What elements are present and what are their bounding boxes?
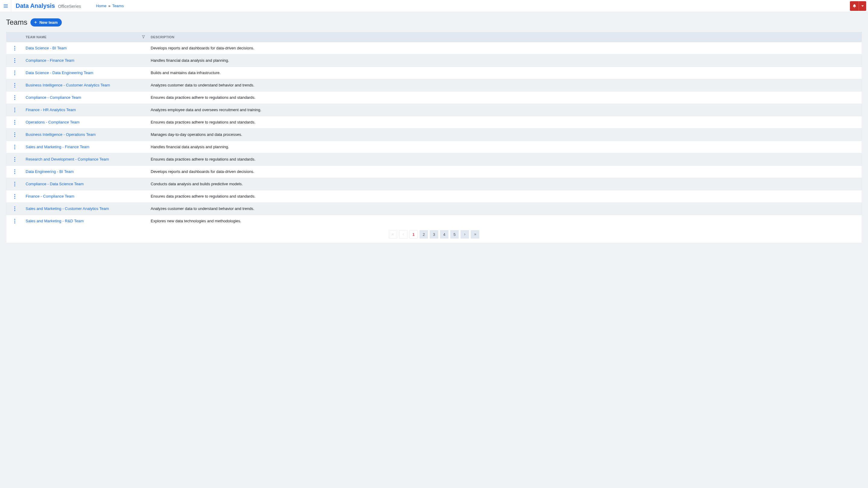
svg-point-8 — [14, 50, 15, 50]
svg-point-47 — [14, 210, 15, 211]
svg-point-12 — [14, 70, 15, 71]
team-link[interactable]: Sales and Marketing - Finance Team — [26, 144, 89, 149]
row-actions — [6, 79, 23, 91]
cell-team-name: Business Intelligence - Operations Team — [23, 129, 148, 141]
cell-team-name: Sales and Marketing - Finance Team — [23, 141, 148, 153]
page-2[interactable]: 2 — [420, 230, 428, 238]
page-prev-icon — [401, 233, 405, 236]
breadcrumb-current[interactable]: Teams — [112, 4, 124, 8]
cell-description: Ensures data practices adhere to regulat… — [148, 153, 862, 165]
row-actions — [6, 153, 23, 165]
row-actions — [6, 104, 23, 116]
row-actions — [6, 92, 23, 104]
cell-team-name: Research and Development - Compliance Te… — [23, 153, 148, 165]
row-menu-button[interactable] — [9, 144, 21, 150]
svg-point-43 — [14, 196, 15, 197]
row-menu-button[interactable] — [9, 120, 21, 125]
team-link[interactable]: Finance - HR Analytics Team — [26, 107, 76, 112]
page-next-icon — [463, 233, 467, 236]
team-link[interactable]: Operations - Compliance Team — [26, 120, 80, 124]
row-menu-button[interactable] — [9, 58, 21, 63]
svg-point-16 — [14, 85, 15, 86]
column-team-name[interactable]: Team Name — [23, 32, 148, 42]
kebab-icon — [14, 83, 16, 88]
page-3[interactable]: 3 — [430, 230, 438, 238]
row-menu-button[interactable] — [9, 83, 21, 88]
row-menu-button[interactable] — [9, 46, 21, 51]
svg-point-30 — [14, 144, 15, 145]
team-link[interactable]: Data Engineering - BI Team — [26, 169, 73, 174]
table-row: Sales and Marketing - R&D TeamExplores n… — [6, 215, 862, 227]
row-menu-button[interactable] — [9, 169, 21, 174]
table-row: Compliance - Compliance TeamEnsures data… — [6, 92, 862, 104]
team-link[interactable]: Business Intelligence - Operations Team — [26, 132, 96, 137]
svg-point-17 — [14, 87, 15, 87]
table-row: Research and Development - Compliance Te… — [6, 153, 862, 166]
row-menu-button[interactable] — [9, 107, 21, 112]
notifications-button[interactable] — [850, 1, 859, 11]
filter-button[interactable] — [142, 35, 145, 39]
svg-point-27 — [14, 132, 15, 133]
row-actions — [6, 67, 23, 79]
plus-icon — [33, 20, 38, 24]
table-row: Compliance - Data Science TeamConducts d… — [6, 178, 862, 190]
row-menu-button[interactable] — [9, 132, 21, 137]
svg-point-22 — [14, 109, 15, 110]
team-link[interactable]: Compliance - Compliance Team — [26, 95, 81, 100]
cell-description: Ensures data practices adhere to regulat… — [148, 92, 862, 104]
page-1[interactable]: 1 — [409, 230, 418, 238]
kebab-icon — [14, 107, 16, 112]
row-menu-button[interactable] — [9, 206, 21, 211]
row-menu-button[interactable] — [9, 157, 21, 162]
svg-point-21 — [14, 107, 15, 108]
row-menu-button[interactable] — [9, 70, 21, 75]
team-link[interactable]: Compliance - Finance Team — [26, 58, 74, 63]
team-link[interactable]: Research and Development - Compliance Te… — [26, 157, 109, 161]
user-menu-button[interactable] — [859, 1, 866, 11]
breadcrumb-home[interactable]: Home — [96, 4, 106, 8]
pagination: 12345 — [6, 227, 862, 243]
team-link[interactable]: Data Science - BI Team — [26, 46, 67, 50]
row-actions — [6, 203, 23, 215]
team-link[interactable]: Sales and Marketing - Customer Analytics… — [26, 206, 109, 211]
svg-point-33 — [14, 157, 15, 158]
team-link[interactable]: Compliance - Data Science Team — [26, 182, 84, 186]
row-actions — [6, 215, 23, 227]
brand-title[interactable]: Data Analysis — [16, 2, 55, 9]
cell-description: Ensures data practices adhere to regulat… — [148, 116, 862, 128]
page-4[interactable]: 4 — [440, 230, 448, 238]
cell-team-name: Finance - HR Analytics Team — [23, 104, 148, 116]
svg-point-23 — [14, 111, 15, 112]
svg-point-25 — [14, 122, 15, 123]
team-link[interactable]: Data Science - Data Engineering Team — [26, 70, 93, 75]
team-link[interactable]: Business Intelligence - Customer Analyti… — [26, 83, 110, 87]
row-menu-button[interactable] — [9, 219, 21, 224]
column-description[interactable]: Description — [148, 32, 862, 42]
svg-point-40 — [14, 184, 15, 184]
row-menu-button[interactable] — [9, 182, 21, 187]
cell-description: Develops reports and dashboards for data… — [148, 166, 862, 178]
svg-point-6 — [14, 46, 15, 47]
hamburger-icon — [3, 3, 8, 9]
menu-button[interactable] — [0, 0, 11, 12]
page-5[interactable]: 5 — [450, 230, 459, 238]
table-row: Finance - HR Analytics TeamAnalyzes empl… — [6, 104, 862, 116]
svg-marker-5 — [142, 36, 145, 38]
svg-point-50 — [14, 222, 15, 223]
new-team-button-label: New team — [39, 20, 58, 25]
breadcrumb: Home » Teams — [96, 4, 124, 8]
team-link[interactable]: Sales and Marketing - R&D Team — [26, 219, 84, 223]
row-actions — [6, 141, 23, 153]
new-team-button[interactable]: New team — [30, 19, 62, 27]
team-link[interactable]: Finance - Compliance Team — [26, 194, 74, 198]
page-next[interactable] — [461, 230, 469, 238]
row-actions — [6, 42, 23, 54]
row-menu-button[interactable] — [9, 194, 21, 199]
page-last[interactable] — [471, 230, 479, 238]
svg-point-10 — [14, 60, 15, 61]
row-menu-button[interactable] — [9, 95, 21, 100]
cell-team-name: Compliance - Compliance Team — [23, 92, 148, 104]
svg-point-38 — [14, 173, 15, 174]
kebab-icon — [14, 95, 16, 100]
cell-description: Develops reports and dashboards for data… — [148, 42, 862, 54]
